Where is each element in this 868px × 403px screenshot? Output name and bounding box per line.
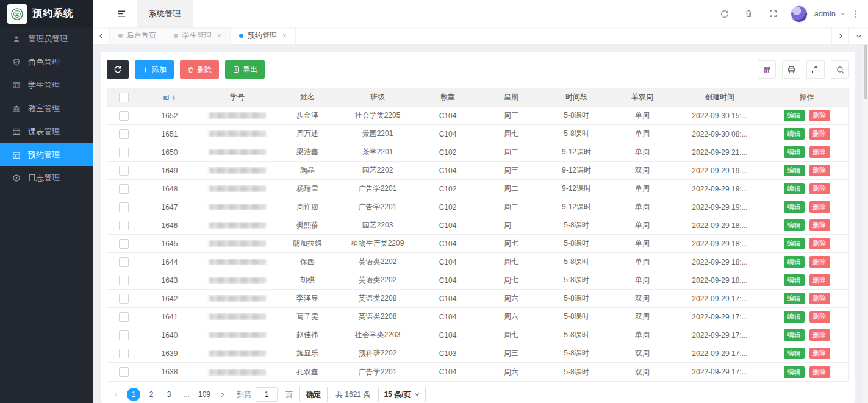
refresh-table-button[interactable] <box>107 60 129 79</box>
tabs-scroll-left-chevron-icon[interactable] <box>93 27 110 44</box>
row-select-checkbox[interactable] <box>119 148 129 157</box>
compass-icon <box>12 174 21 183</box>
user-avatar[interactable] <box>791 5 808 23</box>
delete-row-button[interactable]: 删除 <box>809 329 830 341</box>
user-menu-chevron-down-icon[interactable] <box>839 10 846 17</box>
delete-row-button[interactable]: 删除 <box>809 311 830 323</box>
tab-home[interactable]: 后台首页 <box>110 27 165 44</box>
delete-row-button[interactable]: 删除 <box>809 274 830 286</box>
tab-close-icon[interactable]: × <box>217 32 221 40</box>
sidebar-item-schedule[interactable]: 课表管理 <box>0 120 93 143</box>
delete-row-button[interactable]: 删除 <box>809 146 830 158</box>
edit-button[interactable]: 编辑 <box>784 183 805 194</box>
goto-confirm-button[interactable]: 确定 <box>299 387 328 402</box>
tab-reservation[interactable]: 预约管理 × <box>231 27 296 44</box>
tabs-scroll-right-chevron-icon[interactable] <box>831 27 848 44</box>
tab-student[interactable]: 学生管理 × <box>165 27 231 44</box>
row-select-checkbox[interactable] <box>119 312 129 322</box>
next-page-chevron-icon[interactable] <box>215 388 229 401</box>
edit-button[interactable]: 编辑 <box>784 219 805 231</box>
columns-filter-icon[interactable] <box>758 60 776 79</box>
page-button-3[interactable]: 3 <box>162 388 176 401</box>
delete-row-button[interactable]: 删除 <box>809 366 830 378</box>
column-header-class: 班级 <box>339 92 416 102</box>
delete-row-button[interactable]: 删除 <box>809 238 830 249</box>
sidebar-item-log[interactable]: 日志管理 <box>0 166 93 190</box>
export-box-icon[interactable] <box>806 60 825 79</box>
refresh-icon[interactable] <box>714 0 736 27</box>
add-button[interactable]: 添加 <box>135 60 174 79</box>
page-button-2[interactable]: 2 <box>145 388 158 401</box>
delete-row-button[interactable]: 删除 <box>809 201 830 213</box>
edit-button[interactable]: 编辑 <box>784 293 805 304</box>
sidebar-toggle-hamburger-icon[interactable] <box>109 0 134 27</box>
delete-row-button[interactable]: 删除 <box>809 110 830 121</box>
prev-page-chevron-icon[interactable] <box>109 388 123 401</box>
edit-button[interactable]: 编辑 <box>784 348 805 359</box>
edit-button[interactable]: 编辑 <box>784 165 805 176</box>
tab-close-icon[interactable]: × <box>282 32 287 40</box>
delete-row-button[interactable]: 删除 <box>809 128 830 140</box>
row-select-checkbox[interactable] <box>119 184 129 194</box>
user-name[interactable]: admin <box>814 9 836 18</box>
row-select-checkbox[interactable] <box>119 239 129 249</box>
select-all-checkbox[interactable] <box>119 93 129 102</box>
column-header-id[interactable]: id ▲▼ <box>140 93 199 102</box>
edit-button[interactable]: 编辑 <box>784 329 805 341</box>
page-button-1[interactable]: 1 <box>127 388 140 401</box>
more-vertical-icon[interactable]: ⋮ <box>848 0 863 27</box>
row-select-checkbox[interactable] <box>119 294 129 304</box>
table-row: 1652 步金泽 社会学类2205 C104 周三 5-8课时 单周 2022-… <box>107 107 848 125</box>
page-size-select[interactable]: 15 条/页 <box>378 387 426 402</box>
row-select-checkbox[interactable] <box>119 129 129 139</box>
sort-carets-icon[interactable]: ▲▼ <box>171 95 176 101</box>
edit-button[interactable]: 编辑 <box>784 146 805 158</box>
tab-status-dot <box>239 34 243 38</box>
topmenu-item-system[interactable]: 系统管理 <box>137 0 193 27</box>
fullscreen-icon[interactable] <box>762 0 784 27</box>
sidebar-item-reservation[interactable]: 预约管理 <box>0 143 93 166</box>
search-icon[interactable] <box>831 60 849 79</box>
tab-status-dot <box>174 34 178 38</box>
table-row: 1648 杨瑞雪 广告学2201 C102 周二 9-12课时 单周 2022-… <box>107 180 848 198</box>
printer-icon[interactable] <box>782 60 800 79</box>
edit-button[interactable]: 编辑 <box>784 256 805 268</box>
edit-button[interactable]: 编辑 <box>784 274 805 286</box>
scrollbar-thumb[interactable] <box>864 45 867 99</box>
sidebar-item-classroom[interactable]: 教室管理 <box>0 97 93 120</box>
delete-row-button[interactable]: 删除 <box>809 348 830 359</box>
tabs-menu-chevron-down-icon[interactable] <box>848 27 868 44</box>
page-scrollbar[interactable] <box>863 45 868 403</box>
row-select-checkbox[interactable] <box>119 221 129 230</box>
page-button-109[interactable]: 109 <box>198 388 211 401</box>
student-no-redacted <box>209 259 265 265</box>
edit-button[interactable]: 编辑 <box>784 110 805 121</box>
goto-page-input[interactable] <box>256 387 278 402</box>
top-navbar: 预约系统 系统管理 admin ⋮ <box>0 0 868 27</box>
edit-button[interactable]: 编辑 <box>784 128 805 140</box>
trash-icon[interactable] <box>738 0 760 27</box>
delete-row-button[interactable]: 删除 <box>809 256 830 268</box>
edit-button[interactable]: 编辑 <box>784 366 805 378</box>
row-select-checkbox[interactable] <box>119 166 129 176</box>
delete-row-button[interactable]: 删除 <box>809 293 830 304</box>
delete-row-button[interactable]: 删除 <box>809 165 830 176</box>
edit-button[interactable]: 编辑 <box>784 238 805 249</box>
sidebar-item-student[interactable]: 学生管理 <box>0 74 93 97</box>
row-select-checkbox[interactable] <box>119 349 129 358</box>
sidebar-item-admin[interactable]: 管理员管理 <box>0 27 93 51</box>
delete-button[interactable]: 删除 <box>180 60 219 79</box>
edit-button[interactable]: 编辑 <box>784 311 805 323</box>
row-select-checkbox[interactable] <box>119 202 129 212</box>
sidebar-item-role[interactable]: 角色管理 <box>0 51 93 74</box>
table-header-row: id ▲▼ 学号 姓名 班级 教室 星期 时间段 单双周 创建时间 操作 <box>107 88 848 107</box>
edit-button[interactable]: 编辑 <box>784 201 805 213</box>
delete-row-button[interactable]: 删除 <box>809 219 830 231</box>
delete-row-button[interactable]: 删除 <box>809 183 830 194</box>
row-select-checkbox[interactable] <box>119 367 129 377</box>
row-select-checkbox[interactable] <box>119 276 129 285</box>
row-select-checkbox[interactable] <box>119 330 129 340</box>
row-select-checkbox[interactable] <box>119 111 129 121</box>
export-button[interactable]: 导出 <box>225 60 265 79</box>
row-select-checkbox[interactable] <box>119 257 129 267</box>
